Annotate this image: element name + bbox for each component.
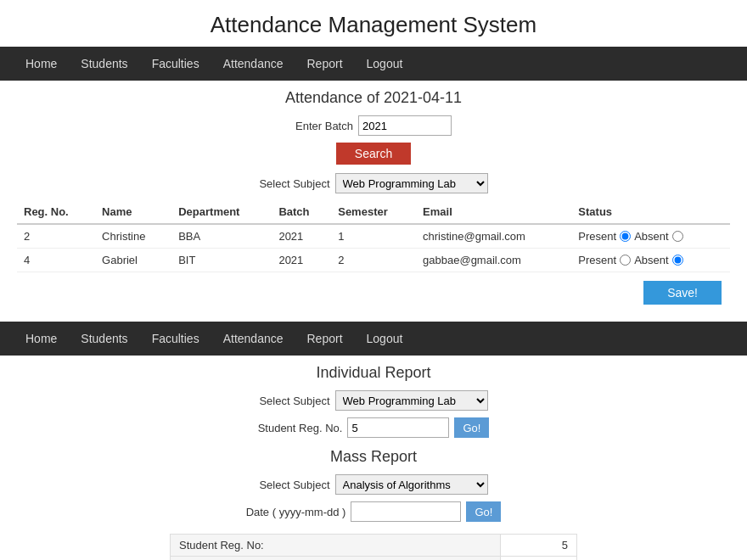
mass-subject-select[interactable]: Analysis of Algorithms Web Programming L… [335,474,488,495]
stats-table: Student Reg. No: 5 Total Class (Days): 1… [170,534,577,560]
mass-subject-row: Select Subject Analysis of Algorithms We… [17,474,730,495]
report-section: Individual Report Select Subject Web Pro… [0,356,747,560]
absent-radio[interactable] [672,255,683,266]
stats-label: Student Reg. No: [171,535,501,557]
attendance-section: Attendance of 2021-04-11 Enter Batch Sea… [0,81,747,322]
cell-status: Present Absent [571,224,730,249]
date-label: Date ( yyyy-mm-dd ) [246,506,346,518]
col-semester: Semester [331,200,416,224]
mass-go-button[interactable]: Go! [466,501,501,522]
col-name: Name [95,200,171,224]
top-navbar: Home Students Faculties Attendance Repor… [0,47,747,81]
bottom-navbar: Home Students Faculties Attendance Repor… [0,322,747,356]
cell-batch: 2021 [272,249,331,272]
col-status: Status [571,200,730,224]
cell-email: christine@gmail.com [416,224,571,249]
subject-select[interactable]: Web Programming Lab Analysis of Algorith… [335,173,488,193]
col-batch: Batch [272,200,331,224]
nav-attendance-top[interactable]: Attendance [211,47,295,81]
cell-reg-no: 2 [17,224,95,249]
page-title: Attendance Management System [0,0,747,47]
stats-row: Total Class (Days): 1 [171,557,577,561]
nav-logout-top[interactable]: Logout [355,47,415,81]
reg-no-input[interactable] [347,417,449,438]
nav-attendance-bottom[interactable]: Attendance [211,322,295,356]
nav-logout-bottom[interactable]: Logout [355,322,415,356]
stats-row: Student Reg. No: 5 [171,535,577,557]
cell-status: Present Absent [571,249,730,272]
cell-semester: 2 [331,249,416,272]
mass-report-title: Mass Report [17,448,730,466]
mass-subject-label: Select Subject [259,479,329,491]
attendance-title: Attendance of 2021-04-11 [17,89,730,107]
save-row: Save! [17,272,730,305]
stats-value: 5 [501,535,577,557]
stats-value: 1 [501,557,577,561]
present-label: Present [578,254,616,266]
absent-radio[interactable] [672,231,683,242]
search-button[interactable]: Search [336,143,411,165]
cell-department: BIT [171,249,272,272]
table-row: 2 Christine BBA 2021 1 christine@gmail.c… [17,224,730,249]
table-row: 4 Gabriel BIT 2021 2 gabbae@gmail.com Pr… [17,249,730,272]
present-label: Present [578,230,616,243]
cell-email: gabbae@gmail.com [416,249,571,272]
individual-report-title: Individual Report [17,364,730,382]
cell-semester: 1 [331,224,416,249]
col-email: Email [416,200,571,224]
individual-go-button[interactable]: Go! [454,417,489,438]
col-reg-no: Reg. No. [17,200,95,224]
batch-label: Enter Batch [295,120,353,132]
nav-faculties-top[interactable]: Faculties [140,47,211,81]
nav-students-top[interactable]: Students [69,47,139,81]
individual-subject-label: Select Subject [259,395,329,407]
cell-batch: 2021 [272,224,331,249]
present-radio[interactable] [620,231,631,242]
cell-department: BBA [171,224,272,249]
nav-report-top[interactable]: Report [295,47,355,81]
save-button[interactable]: Save! [643,281,722,305]
batch-row: Enter Batch [17,115,730,136]
date-input[interactable] [351,501,461,522]
reg-no-row: Student Reg. No. Go! [17,417,730,438]
nav-report-bottom[interactable]: Report [295,322,355,356]
absent-label: Absent [634,254,668,266]
nav-home-bottom[interactable]: Home [14,322,69,356]
absent-label: Absent [634,230,668,243]
cell-reg-no: 4 [17,249,95,272]
col-department: Department [171,200,272,224]
reg-no-label: Student Reg. No. [258,422,343,434]
subject-label: Select Subject [259,177,329,190]
individual-subject-select[interactable]: Web Programming Lab Analysis of Algorith… [335,390,488,411]
individual-subject-row: Select Subject Web Programming Lab Analy… [17,390,730,411]
date-row: Date ( yyyy-mm-dd ) Go! [17,501,730,522]
attendance-table: Reg. No. Name Department Batch Semester … [17,200,730,272]
batch-input[interactable] [358,115,452,136]
cell-name: Christine [95,224,171,249]
cell-name: Gabriel [95,249,171,272]
nav-home-top[interactable]: Home [14,47,69,81]
nav-students-bottom[interactable]: Students [69,322,139,356]
subject-row: Select Subject Web Programming Lab Analy… [17,173,730,193]
present-radio[interactable] [620,255,631,266]
stats-label: Total Class (Days): [171,557,501,561]
nav-faculties-bottom[interactable]: Faculties [140,322,211,356]
